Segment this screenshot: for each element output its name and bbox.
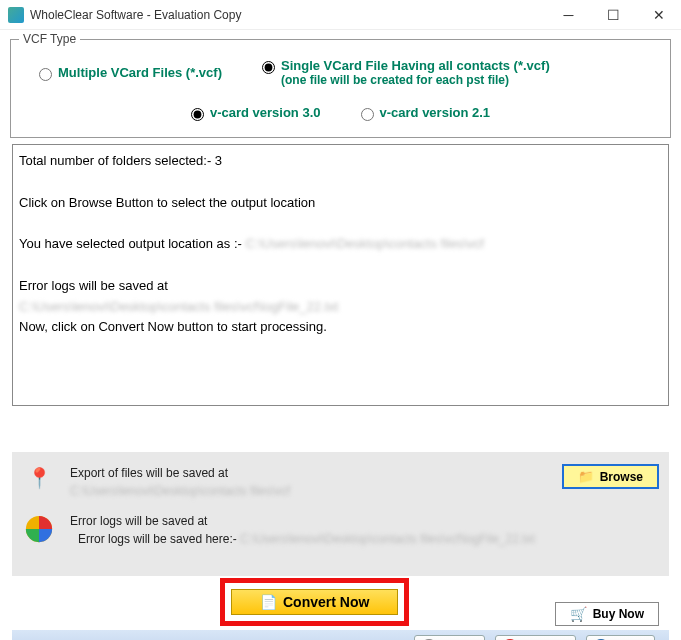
export-heading: Export of files will be saved at: [70, 464, 548, 482]
buy-now-button[interactable]: 🛒 Buy Now: [555, 602, 659, 626]
titlebar: WholeClear Software - Evaluation Copy ─ …: [0, 0, 681, 30]
app-icon: [8, 7, 24, 23]
cancel-button[interactable]: ✕ Cancel: [495, 635, 576, 640]
buy-label: Buy Now: [593, 607, 644, 621]
vcf-legend: VCF Type: [19, 32, 80, 46]
error-path-line: Error logs will be saved here:- C:\Users…: [70, 530, 659, 548]
browse-label: Browse: [600, 470, 643, 484]
browse-button[interactable]: 📁 Browse: [562, 464, 659, 489]
convert-label: Convert Now: [283, 594, 369, 610]
cart-icon: 🛒: [570, 606, 587, 622]
radio-single-label-2: (one file will be created for each pst f…: [281, 73, 550, 87]
window-title: WholeClear Software - Evaluation Copy: [30, 8, 546, 22]
radio-v21-input[interactable]: [361, 108, 374, 121]
radio-v30-label: v-card version 3.0: [210, 105, 321, 120]
vcf-type-group: VCF Type Multiple VCard Files (*.vcf) Si…: [10, 32, 671, 138]
radio-multiple-vcard[interactable]: Multiple VCard Files (*.vcf): [39, 65, 222, 81]
error-heading: Error logs will be saved at: [70, 512, 659, 530]
radio-single-input[interactable]: [262, 61, 275, 74]
minimize-button[interactable]: ─: [546, 0, 591, 30]
log-output: Total number of folders selected:- 3 Cli…: [12, 144, 669, 406]
radio-multiple-input[interactable]: [39, 68, 52, 81]
log-line: Error logs will be saved at: [19, 276, 662, 297]
bottom-nav-bar: ◄ Back ✕ Cancel ? Help: [12, 630, 669, 640]
pie-chart-icon: [22, 512, 56, 544]
convert-highlight: 📄 Convert Now: [220, 578, 409, 626]
radio-version-21[interactable]: v-card version 2.1: [361, 105, 491, 121]
document-icon: 📄: [260, 594, 277, 610]
footer-panel: 📍 Export of files will be saved at C:\Us…: [12, 452, 669, 576]
radio-single-vcard[interactable]: Single VCard File Having all contacts (*…: [262, 58, 642, 87]
log-line: Total number of folders selected:- 3: [19, 151, 662, 172]
folder-icon: 📁: [578, 469, 594, 484]
maximize-button[interactable]: ☐: [591, 0, 636, 30]
log-line: Now, click on Convert Now button to star…: [19, 317, 662, 338]
radio-version-30[interactable]: v-card version 3.0: [191, 105, 321, 121]
close-button[interactable]: ✕: [636, 0, 681, 30]
log-line: Click on Browse Button to select the out…: [19, 193, 662, 214]
convert-now-button[interactable]: 📄 Convert Now: [231, 589, 398, 615]
help-button[interactable]: ? Help: [586, 635, 655, 640]
back-button[interactable]: ◄ Back: [414, 635, 485, 640]
export-path: C:\Users\lenovi\Desktop\contacts files\v…: [70, 482, 548, 500]
radio-single-label-1: Single VCard File Having all contacts (*…: [281, 58, 550, 73]
radio-multiple-label: Multiple VCard Files (*.vcf): [58, 65, 222, 80]
radio-v21-label: v-card version 2.1: [380, 105, 491, 120]
radio-v30-input[interactable]: [191, 108, 204, 121]
location-pin-icon: 📍: [27, 466, 52, 490]
log-line: C:\Users\lenovi\Desktop\contacts files\v…: [19, 297, 662, 318]
log-line: You have selected output location as :- …: [19, 234, 662, 255]
